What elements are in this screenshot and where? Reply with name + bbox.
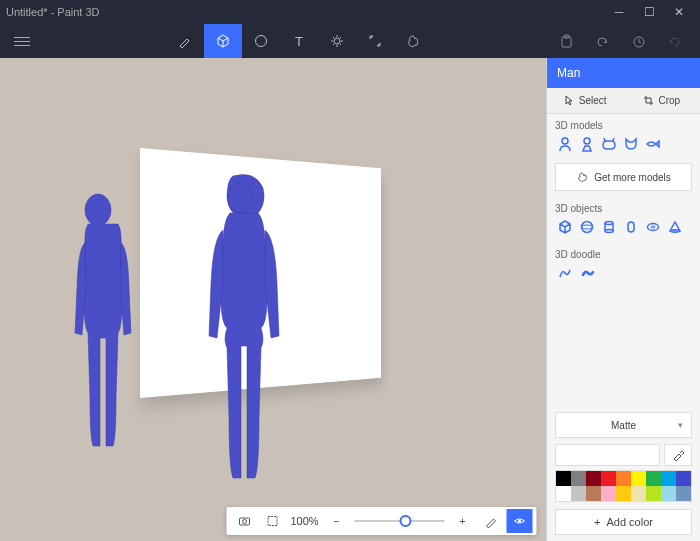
svg-point-12 (562, 138, 568, 144)
maximize-button[interactable]: ☐ (634, 0, 664, 24)
zoom-slider[interactable] (355, 520, 445, 522)
finish-select[interactable]: Matte ▾ (555, 412, 692, 438)
sphere-icon[interactable] (577, 217, 597, 237)
zoom-out-button[interactable]: − (323, 509, 351, 533)
cube-icon[interactable] (555, 217, 575, 237)
torus-icon[interactable] (643, 217, 663, 237)
crop-tab[interactable]: Crop (624, 88, 701, 113)
color-swatch[interactable] (676, 486, 691, 501)
svg-point-11 (518, 520, 521, 523)
brushes-tool[interactable] (166, 24, 204, 58)
fit-icon[interactable] (259, 509, 287, 533)
svg-rect-18 (628, 222, 634, 232)
3d-model-man-1[interactable] (60, 188, 150, 468)
text-tool[interactable]: T (280, 24, 318, 58)
model-dog-icon[interactable] (599, 134, 619, 154)
plus-icon: + (594, 516, 600, 528)
canvas-tool[interactable] (356, 24, 394, 58)
zoom-value[interactable]: 100% (287, 515, 323, 527)
svg-point-20 (651, 226, 655, 228)
color-swatch[interactable] (676, 471, 691, 486)
svg-point-7 (228, 183, 252, 213)
svg-point-13 (584, 138, 590, 144)
doodle-sharp-icon[interactable] (555, 263, 575, 283)
svg-point-2 (334, 38, 340, 44)
sidebar-header: Man (547, 58, 700, 88)
color-swatch[interactable] (601, 486, 616, 501)
window-title: Untitled* - Paint 3D (6, 6, 604, 18)
cone-icon[interactable] (665, 217, 685, 237)
svg-point-17 (605, 230, 613, 233)
paste-button[interactable] (548, 24, 584, 58)
color-swatch[interactable] (556, 471, 571, 486)
stickers-tool[interactable] (242, 24, 280, 58)
eyedropper-button[interactable] (664, 444, 692, 466)
model-fish-icon[interactable] (643, 134, 663, 154)
3d-model-woman[interactable] (185, 168, 305, 498)
add-color-button[interactable]: + Add color (555, 509, 692, 535)
svg-point-16 (605, 222, 613, 225)
zoom-bar: 100% − + (227, 507, 537, 535)
doodle-soft-icon[interactable] (577, 263, 597, 283)
color-swatch[interactable] (646, 486, 661, 501)
color-swatch[interactable] (556, 486, 571, 501)
minimize-button[interactable]: ─ (604, 0, 634, 24)
sidebar: Man Select Crop 3D models Get more model… (546, 58, 700, 541)
titlebar: Untitled* - Paint 3D ─ ☐ ✕ (0, 0, 700, 24)
close-button[interactable]: ✕ (664, 0, 694, 24)
model-man-icon[interactable] (555, 134, 575, 154)
edit-mode-icon[interactable] (477, 509, 505, 533)
model-cat-icon[interactable] (621, 134, 641, 154)
3d-shapes-tool[interactable] (204, 24, 242, 58)
remix-icon (576, 171, 588, 183)
color-swatch[interactable] (571, 486, 586, 501)
color-swatch[interactable] (661, 486, 676, 501)
svg-point-6 (85, 194, 111, 226)
color-swatch[interactable] (661, 471, 676, 486)
color-swatch[interactable] (571, 471, 586, 486)
color-swatch[interactable] (631, 486, 646, 501)
effects-tool[interactable] (318, 24, 356, 58)
svg-text:T: T (295, 34, 303, 49)
doodle-section-title: 3D doodle (555, 249, 692, 260)
color-swatch[interactable] (616, 486, 631, 501)
svg-rect-10 (268, 517, 277, 526)
svg-point-14 (582, 222, 593, 233)
model-woman-icon[interactable] (577, 134, 597, 154)
menu-button[interactable] (8, 31, 36, 51)
select-tab[interactable]: Select (547, 88, 624, 113)
models-section-title: 3D models (555, 120, 692, 131)
camera-icon[interactable] (231, 509, 259, 533)
svg-point-15 (582, 225, 593, 229)
color-swatch[interactable] (616, 471, 631, 486)
color-swatch[interactable] (601, 471, 616, 486)
redo-button[interactable] (656, 24, 692, 58)
objects-section-title: 3D objects (555, 203, 692, 214)
main-toolbar: T (0, 24, 700, 58)
svg-point-0 (256, 36, 267, 47)
color-swatch[interactable] (646, 471, 661, 486)
color-swatch[interactable] (586, 471, 601, 486)
get-more-models-button[interactable]: Get more models (555, 163, 692, 191)
color-swatch[interactable] (586, 486, 601, 501)
color-swatch[interactable] (631, 471, 646, 486)
current-color-swatch[interactable] (555, 444, 660, 466)
magic-select-tool[interactable] (394, 24, 432, 58)
zoom-in-button[interactable]: + (449, 509, 477, 533)
3d-view-button[interactable] (507, 509, 533, 533)
chevron-down-icon: ▾ (678, 420, 683, 430)
canvas[interactable]: 100% − + (0, 58, 546, 541)
color-palette (555, 470, 692, 502)
history-button[interactable] (620, 24, 656, 58)
svg-point-19 (648, 224, 659, 231)
cylinder-icon[interactable] (599, 217, 619, 237)
svg-point-9 (243, 520, 247, 524)
capsule-icon[interactable] (621, 217, 641, 237)
undo-button[interactable] (584, 24, 620, 58)
